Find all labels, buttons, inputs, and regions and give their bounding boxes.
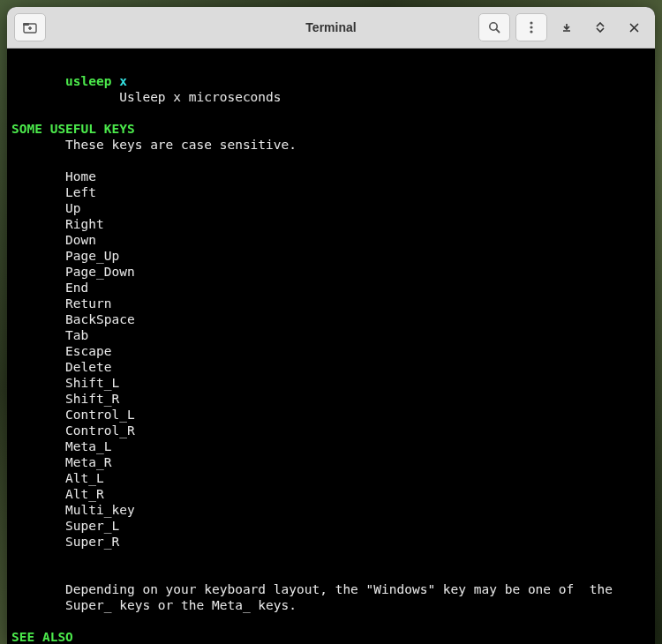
window-title: Terminal bbox=[305, 20, 356, 34]
svg-point-8 bbox=[530, 30, 532, 33]
terminal-window: Terminal bbox=[7, 7, 655, 644]
cmd-desc: Usleep x microseconds bbox=[119, 90, 281, 104]
minimize-button[interactable] bbox=[553, 14, 581, 41]
svg-line-5 bbox=[496, 29, 499, 32]
svg-point-7 bbox=[530, 26, 532, 28]
close-button[interactable] bbox=[620, 14, 648, 41]
svg-point-6 bbox=[530, 21, 532, 24]
search-button[interactable] bbox=[478, 13, 510, 41]
menu-button[interactable] bbox=[515, 13, 547, 41]
keys-note-l1: Depending on your keyboard layout, the "… bbox=[65, 582, 613, 596]
search-icon bbox=[488, 21, 500, 34]
kebab-menu-icon bbox=[530, 21, 533, 34]
cmd-name: usleep bbox=[65, 74, 111, 88]
close-icon bbox=[629, 23, 639, 33]
terminal-viewport[interactable]: usleep x Usleep x microseconds SOME USEF… bbox=[7, 49, 655, 644]
cmd-arg: x bbox=[119, 74, 127, 88]
keys-intro: These keys are case sensitive. bbox=[65, 138, 297, 152]
minimize-icon bbox=[561, 22, 572, 33]
section-heading-seealso: SEE ALSO bbox=[11, 630, 73, 644]
new-tab-icon bbox=[23, 21, 37, 34]
maximize-icon bbox=[595, 22, 606, 33]
section-heading-keys: SOME USEFUL KEYS bbox=[11, 122, 135, 136]
keys-list: Home Left Up Right Down Page_Up Page_Dow… bbox=[11, 169, 135, 549]
maximize-button[interactable] bbox=[586, 14, 614, 41]
man-content: usleep x Usleep x microseconds SOME USEF… bbox=[11, 74, 613, 644]
new-tab-button[interactable] bbox=[14, 13, 46, 41]
keys-note-l2: Super_ keys or the Meta_ keys. bbox=[65, 598, 297, 612]
svg-rect-1 bbox=[23, 23, 29, 26]
titlebar: Terminal bbox=[7, 7, 655, 49]
